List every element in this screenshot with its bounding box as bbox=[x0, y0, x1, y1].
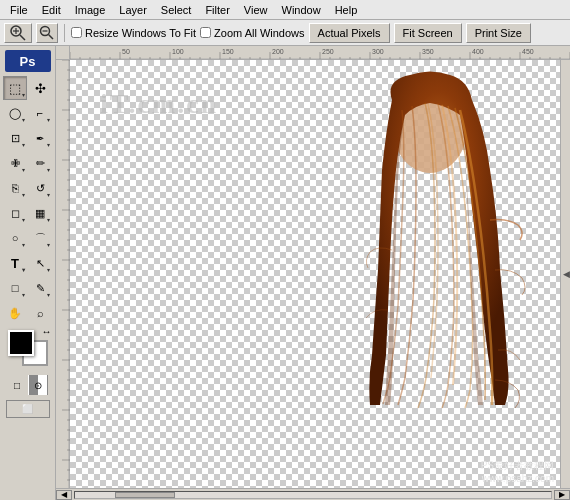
menubar: File Edit Image Layer Select Filter View… bbox=[0, 0, 570, 20]
svg-text:350: 350 bbox=[422, 48, 434, 55]
tool-shape[interactable]: □ bbox=[3, 276, 27, 300]
scroll-right-btn[interactable]: ▶ bbox=[554, 490, 570, 500]
zoom-all-checkbox[interactable] bbox=[200, 27, 211, 38]
menu-filter[interactable]: Filter bbox=[199, 2, 235, 18]
tool-crop[interactable]: ⊡ bbox=[3, 126, 27, 150]
standard-mode-btn[interactable]: □ bbox=[7, 375, 27, 395]
panel-toggle[interactable]: ◀ bbox=[560, 60, 570, 488]
scroll-track-h[interactable] bbox=[74, 491, 552, 499]
screen-mode-btn[interactable]: ⬜ bbox=[6, 400, 50, 418]
resize-windows-checkbox[interactable] bbox=[71, 27, 82, 38]
watermark-text: iT.cm.cn bbox=[100, 88, 218, 120]
tool-clone[interactable]: ⎘ bbox=[3, 176, 27, 200]
hair-svg bbox=[350, 70, 540, 410]
tool-eyedropper[interactable]: ✒ bbox=[28, 126, 52, 150]
scroll-thumb-h[interactable] bbox=[115, 492, 175, 498]
menu-view[interactable]: View bbox=[238, 2, 274, 18]
svg-text:50: 50 bbox=[122, 48, 130, 55]
ruler-corner bbox=[56, 46, 70, 60]
tool-history[interactable]: ↺ bbox=[28, 176, 52, 200]
tool-type[interactable]: T bbox=[3, 251, 27, 275]
tool-gradient[interactable]: ▦ bbox=[28, 201, 52, 225]
zoom-marquee-btn[interactable] bbox=[4, 23, 32, 43]
svg-text:100: 100 bbox=[172, 48, 184, 55]
tool-dodge[interactable]: ○ bbox=[3, 226, 27, 250]
resize-windows-label[interactable]: Resize Windows To Fit bbox=[71, 27, 196, 39]
tool-brush[interactable]: ✏ bbox=[28, 151, 52, 175]
hair-image bbox=[350, 70, 540, 410]
ruler-v-ticks bbox=[56, 60, 70, 488]
tool-eraser[interactable]: ◻ bbox=[3, 201, 27, 225]
canvas-scroll[interactable]: iT.cm.cn bbox=[70, 60, 560, 488]
menu-image[interactable]: Image bbox=[69, 2, 112, 18]
ps-logo: Ps bbox=[5, 50, 51, 72]
svg-text:300: 300 bbox=[372, 48, 384, 55]
svg-text:250: 250 bbox=[322, 48, 334, 55]
menu-help[interactable]: Help bbox=[329, 2, 364, 18]
site-watermark: PS爱好者教程网 www.psahz.com bbox=[481, 459, 554, 484]
foreground-color-swatch[interactable] bbox=[8, 330, 34, 356]
actual-pixels-btn[interactable]: Actual Pixels bbox=[309, 23, 390, 43]
tool-hand[interactable]: ✋ bbox=[3, 301, 27, 325]
svg-line-1 bbox=[20, 35, 25, 40]
options-bar: Resize Windows To Fit Zoom All Windows A… bbox=[0, 20, 570, 46]
svg-text:200: 200 bbox=[272, 48, 284, 55]
zoom-all-label[interactable]: Zoom All Windows bbox=[200, 27, 304, 39]
tool-pen[interactable]: ⌒ bbox=[28, 226, 52, 250]
vertical-ruler bbox=[56, 60, 70, 488]
tool-zoom[interactable]: ⌕ bbox=[28, 301, 52, 325]
horizontal-ruler: // rendered inline 501001502002503003504… bbox=[70, 46, 570, 60]
tool-notes[interactable]: ✎ bbox=[28, 276, 52, 300]
tool-move[interactable]: ✣ bbox=[28, 76, 52, 100]
fit-screen-btn[interactable]: Fit Screen bbox=[394, 23, 462, 43]
svg-line-5 bbox=[49, 34, 54, 39]
tool-path-select[interactable]: ↖ bbox=[28, 251, 52, 275]
menu-layer[interactable]: Layer bbox=[113, 2, 153, 18]
menu-select[interactable]: Select bbox=[155, 2, 198, 18]
color-swatches: ↔ bbox=[8, 330, 48, 366]
quick-mask-btn[interactable]: ⊙ bbox=[28, 375, 48, 395]
tool-heal[interactable]: ✙ bbox=[3, 151, 27, 175]
svg-text:450: 450 bbox=[522, 48, 534, 55]
svg-text:400: 400 bbox=[472, 48, 484, 55]
svg-text:150: 150 bbox=[222, 48, 234, 55]
toolbar: Ps ⬚ ✣ ◯ ⌐ ⊡ ✒ ✙ ✏ ⎘ ↺ ◻ ▦ ○ ⌒ bbox=[0, 46, 56, 500]
canvas: iT.cm.cn bbox=[70, 60, 560, 488]
menu-file[interactable]: File bbox=[4, 2, 34, 18]
horizontal-scrollbar[interactable]: ◀ ▶ bbox=[56, 488, 570, 500]
tool-marquee[interactable]: ⬚ bbox=[3, 76, 27, 100]
print-size-btn[interactable]: Print Size bbox=[466, 23, 531, 43]
tool-magic-wand[interactable]: ⌐ bbox=[28, 101, 52, 125]
zoom-out-btn[interactable] bbox=[36, 23, 58, 43]
tool-lasso[interactable]: ◯ bbox=[3, 101, 27, 125]
menu-edit[interactable]: Edit bbox=[36, 2, 67, 18]
canvas-with-ruler: iT.cm.cn bbox=[56, 60, 570, 488]
canvas-area: // rendered inline 501001502002503003504… bbox=[56, 46, 570, 500]
swap-colors-icon[interactable]: ↔ bbox=[42, 326, 52, 337]
menu-window[interactable]: Window bbox=[276, 2, 327, 18]
ruler-ticks: // rendered inline 501001502002503003504… bbox=[70, 46, 570, 60]
scroll-left-btn[interactable]: ◀ bbox=[56, 490, 72, 500]
